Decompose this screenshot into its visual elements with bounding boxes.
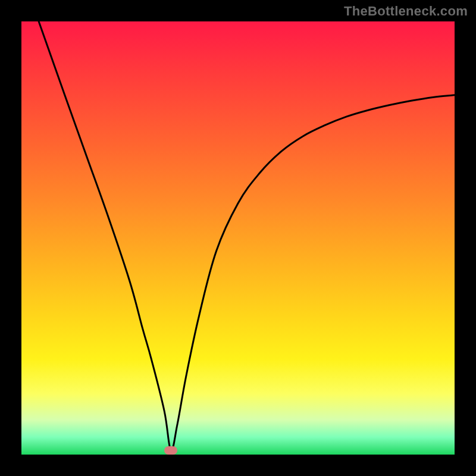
plot-area <box>21 21 455 455</box>
chart-frame: TheBottleneck.com <box>0 0 476 476</box>
watermark-text: TheBottleneck.com <box>344 4 468 19</box>
bottleneck-curve <box>21 21 455 455</box>
minimum-marker <box>164 446 177 455</box>
